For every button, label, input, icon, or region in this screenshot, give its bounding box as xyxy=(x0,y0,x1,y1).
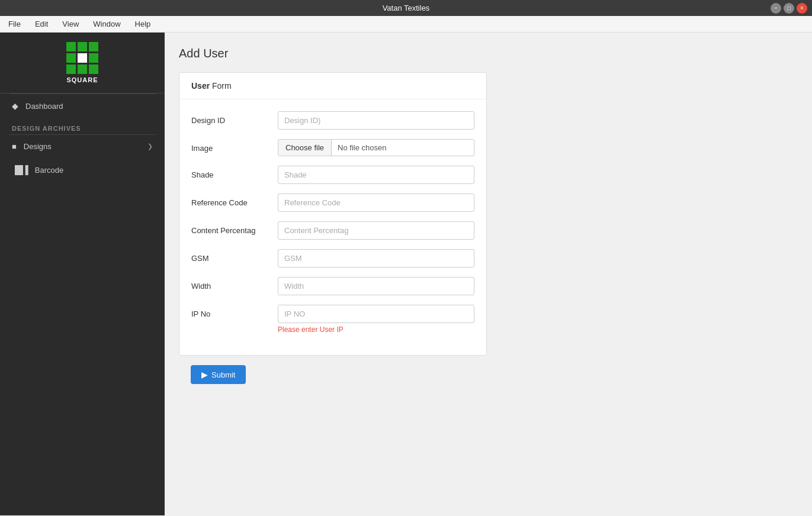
form-card: User Form Design ID Image Choose file xyxy=(179,72,487,356)
label-reference-code: Reference Code xyxy=(191,194,268,207)
input-reference-code[interactable] xyxy=(278,194,474,212)
sidebar-dashboard-label: Dashboard xyxy=(25,102,63,111)
label-image: Image xyxy=(191,139,268,153)
input-gsm[interactable] xyxy=(278,249,474,267)
menu-bar: File Edit View Window Help xyxy=(0,16,812,33)
input-design-id[interactable] xyxy=(278,111,474,130)
sidebar: SQUARE ◆ Dashboard DESIGN ARCHIVES ■ Des… xyxy=(0,33,165,515)
logo-cell-6 xyxy=(89,53,98,63)
chevron-right-icon: ❯ xyxy=(147,143,153,150)
dashboard-icon: ◆ xyxy=(12,101,18,111)
form-card-body: Design ID Image Choose file No file chos… xyxy=(179,99,486,355)
sidebar-logo: SQUARE xyxy=(0,33,165,93)
close-button[interactable]: × xyxy=(797,3,807,14)
no-file-text: No file chosen xyxy=(332,140,474,156)
field-image: Choose file No file chosen xyxy=(278,139,474,156)
sidebar-designs-label: Designs xyxy=(24,142,52,151)
label-ip-no: IP No xyxy=(191,305,268,318)
sidebar-item-barcode[interactable]: ▐█▐ Barcode xyxy=(0,158,165,182)
logo-cell-9 xyxy=(89,64,98,74)
maximize-button[interactable]: □ xyxy=(784,3,794,14)
field-row-reference-code: Reference Code xyxy=(191,194,474,212)
page-title: Add User xyxy=(179,47,798,60)
designs-icon: ■ xyxy=(12,142,17,151)
form-card-header: User Form xyxy=(179,73,486,99)
logo-cell-7 xyxy=(66,64,76,74)
sidebar-designs-left: ■ Designs xyxy=(12,142,52,151)
form-header-bold: User xyxy=(191,81,210,91)
logo-cell-4 xyxy=(66,53,76,63)
field-row-gsm: GSM xyxy=(191,249,474,267)
label-shade: Shade xyxy=(191,166,268,179)
sidebar-item-dashboard[interactable]: ◆ Dashboard xyxy=(0,94,165,118)
logo-cell-2 xyxy=(78,42,87,51)
field-row-ip-no: IP No Please enter User IP xyxy=(191,305,474,334)
field-reference-code xyxy=(278,194,474,212)
field-row-content-percentag: Content Percentag xyxy=(191,221,474,240)
menu-window[interactable]: Window xyxy=(89,18,124,30)
field-shade xyxy=(278,166,474,184)
submit-button[interactable]: ▶ Submit xyxy=(191,365,246,384)
input-content-percentag[interactable] xyxy=(278,221,474,240)
app-title: Vatan Textiles xyxy=(383,4,430,12)
field-width xyxy=(278,277,474,295)
logo-cell-3 xyxy=(89,42,98,51)
submit-icon: ▶ xyxy=(201,370,208,379)
form-header-rest: Form xyxy=(210,81,232,91)
choose-file-button[interactable]: Choose file xyxy=(278,140,332,156)
app-layout: SQUARE ◆ Dashboard DESIGN ARCHIVES ■ Des… xyxy=(0,33,812,515)
window-controls: − □ × xyxy=(771,3,807,14)
input-shade[interactable] xyxy=(278,166,474,184)
sidebar-barcode-label: Barcode xyxy=(35,166,63,175)
field-design-id xyxy=(278,111,474,130)
ip-no-hint: Please enter User IP xyxy=(278,325,474,334)
field-gsm xyxy=(278,249,474,267)
minimize-button[interactable]: − xyxy=(771,3,781,14)
field-content-percentag xyxy=(278,221,474,240)
field-row-shade: Shade xyxy=(191,166,474,184)
label-content-percentag: Content Percentag xyxy=(191,221,268,235)
sidebar-section-design-archives: DESIGN ARCHIVES xyxy=(0,118,165,134)
input-width[interactable] xyxy=(278,277,474,295)
logo-grid xyxy=(66,42,98,74)
barcode-icon: ▐█▐ xyxy=(12,165,28,175)
file-input-wrapper: Choose file No file chosen xyxy=(278,139,474,156)
logo-wrapper: SQUARE xyxy=(66,42,98,83)
logo-cell-5 xyxy=(78,53,87,63)
main-content: Add User User Form Design ID Image xyxy=(165,33,812,515)
label-gsm: GSM xyxy=(191,249,268,263)
field-row-image: Image Choose file No file chosen xyxy=(191,139,474,156)
logo-label: SQUARE xyxy=(66,76,98,83)
menu-file[interactable]: File xyxy=(5,18,24,30)
menu-view[interactable]: View xyxy=(59,18,82,30)
submit-section: ▶ Submit xyxy=(179,356,798,394)
field-row-design-id: Design ID xyxy=(191,111,474,130)
logo-cell-8 xyxy=(78,64,87,74)
logo-cell-1 xyxy=(66,42,76,51)
menu-edit[interactable]: Edit xyxy=(31,18,52,30)
sidebar-item-designs[interactable]: ■ Designs ❯ xyxy=(0,135,165,158)
menu-help[interactable]: Help xyxy=(131,18,155,30)
field-row-width: Width xyxy=(191,277,474,295)
submit-label: Submit xyxy=(211,370,235,379)
label-width: Width xyxy=(191,277,268,291)
input-ip-no[interactable] xyxy=(278,305,474,323)
label-design-id: Design ID xyxy=(191,111,268,125)
title-bar: Vatan Textiles − □ × xyxy=(0,0,812,16)
field-ip-no: Please enter User IP xyxy=(278,305,474,334)
